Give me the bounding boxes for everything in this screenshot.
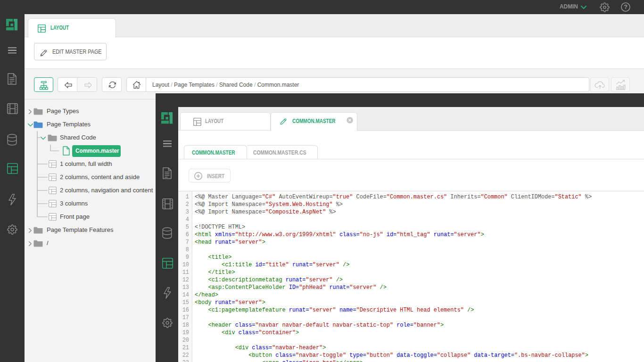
svg-text:?: ? bbox=[624, 4, 627, 10]
